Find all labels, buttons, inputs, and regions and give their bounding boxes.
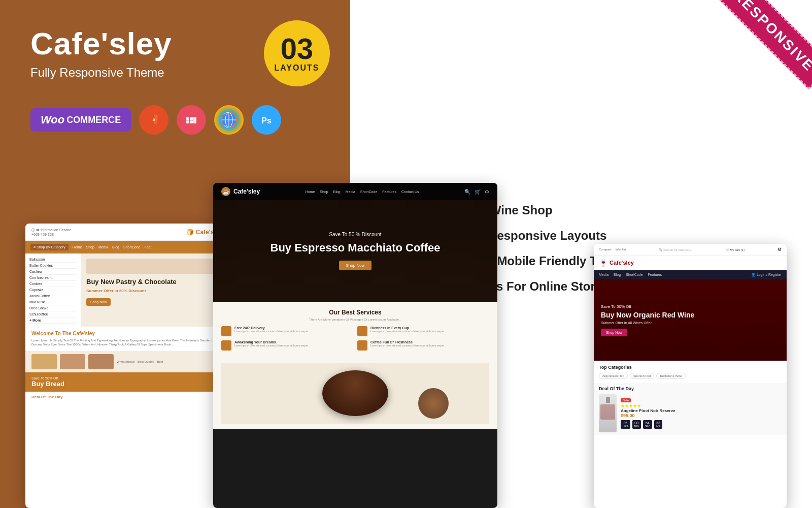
feature-item-2: Amazing Three Responsive Layouts — [386, 229, 776, 243]
multilanguage-badge — [214, 105, 244, 135]
svg-text:5: 5 — [153, 117, 155, 122]
responsive-label: RESPONSIVE — [716, 0, 812, 89]
woocommerce-badge[interactable]: Woo COMMERCE — [30, 108, 131, 132]
layouts-badge: 03 LAYOUTS — [264, 20, 330, 86]
svg-rect-4 — [186, 117, 189, 120]
svg-rect-5 — [190, 117, 193, 120]
divi-badge — [177, 105, 206, 135]
feature-item-4: Powerful Features For Online Store — [386, 279, 776, 294]
svg-rect-8 — [193, 117, 196, 123]
feature-list: Cake, Bakery & Wine Shop Amazing Three R… — [386, 203, 776, 305]
left-panel: Cafe'sley Fully Responsive Theme 03 LAYO… — [0, 0, 350, 508]
layouts-label: LAYOUTS — [275, 64, 320, 73]
woo-text: Woo — [41, 113, 64, 126]
html5-badge: 5 — [139, 105, 168, 135]
responsive-banner: RESPONSIVE — [705, 0, 812, 107]
svg-rect-7 — [190, 120, 193, 123]
main-container: Cafe'sley Fully Responsive Theme 03 LAYO… — [0, 0, 812, 508]
feature-item-1: Cake, Bakery & Wine Shop — [386, 203, 776, 217]
svg-rect-6 — [186, 120, 189, 123]
right-panel: Cake, Bakery & Wine Shop Amazing Three R… — [350, 0, 812, 508]
commerce-text: COMMERCE — [66, 115, 121, 125]
photoshop-badge: Ps — [252, 105, 281, 135]
svg-text:Ps: Ps — [261, 116, 272, 125]
feature-item-3: Clean, Modern & Mobile Friendly Theme — [386, 254, 776, 268]
layouts-number: 03 — [281, 34, 314, 64]
badges-row: Woo COMMERCE 5 — [30, 105, 320, 135]
